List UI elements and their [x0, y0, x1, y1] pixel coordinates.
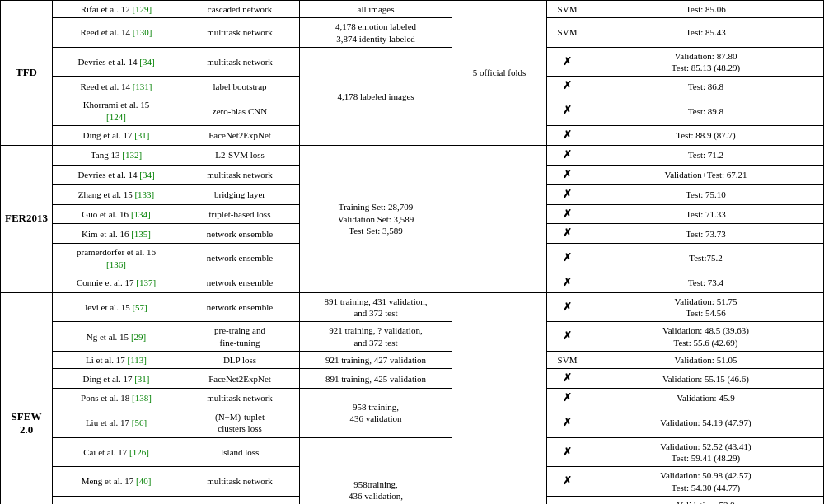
table-row: Devries et al. 14 [34] multitask network…: [1, 47, 824, 77]
training-cell: 4,178 emotion labeled3,874 identity labe…: [300, 18, 452, 48]
author-cell: Ng et al. 15 [29]: [53, 322, 180, 352]
author-cell: Devries et al. 14 [34]: [53, 47, 180, 77]
results-cell: Test: 73.4: [588, 273, 824, 292]
table-row: Li et al. 17 [113] DLP loss 921 training…: [1, 351, 824, 368]
baseline-cell: ✗: [547, 204, 588, 224]
author-cell: levi et al. 15 [57]: [53, 292, 180, 322]
results-cell: Test: 71.2: [588, 145, 824, 165]
author-cell: Cai et al. 17 [126]: [53, 437, 180, 467]
training-cell: 921 training, 427 validation: [300, 351, 452, 368]
method-cell: label bootstrap: [180, 77, 300, 96]
method-cell: multitask network: [180, 47, 300, 77]
method-cell: network ensemble: [180, 224, 300, 244]
baseline-cell: ✗: [547, 292, 588, 322]
author-cell: Ding et al. 17 [31]: [53, 125, 180, 145]
table-row: Reed et al. 14 [130] multitask network 4…: [1, 18, 824, 48]
baseline-cell: ✗: [547, 389, 588, 408]
method-cell: network ensemble: [180, 496, 300, 504]
results-cell: Validation: 45.9: [588, 389, 824, 408]
training-cell: all images: [300, 1, 452, 18]
author-cell: pramerdorfer et al. 16[136]: [53, 244, 180, 273]
author-cell: Guo et al. 16 [134]: [53, 204, 180, 224]
baseline-cell: ✗: [547, 47, 588, 77]
eval-cell: 5 official folds: [452, 1, 547, 146]
author-cell: Khorrami et al. 15[124]: [53, 96, 180, 126]
author-cell: Pons et al. 18 [138]: [53, 389, 180, 408]
table-row: FER2013 Tang 13 [132] L2-SVM loss Traini…: [1, 145, 824, 165]
author-cell: Rifai et al. 12 [129]: [53, 1, 180, 18]
results-cell: Validation: 51.05: [588, 351, 824, 368]
baseline-cell: ✗: [547, 437, 588, 467]
baseline-cell: ✗: [547, 125, 588, 145]
method-cell: pre-traing andfine-tuning: [180, 322, 300, 352]
method-cell: cascaded network: [180, 1, 300, 18]
results-cell: Test:75.2: [588, 244, 824, 273]
method-cell: bridging layer: [180, 184, 300, 204]
author-cell: Reed et al. 14 [131]: [53, 77, 180, 96]
baseline-cell: ✗: [547, 496, 588, 504]
baseline-cell: SVM: [547, 351, 588, 368]
author-cell: Kim et al. 15 [47]: [53, 496, 180, 504]
results-cell: Validation: 48.5 (39.63)Test: 55.6 (42.6…: [588, 322, 824, 352]
results-cell: Test: 88.9 (87.7): [588, 125, 824, 145]
baseline-cell: ✗: [547, 184, 588, 204]
table-row: TFD Rifai et al. 12 [129] cascaded netwo…: [1, 1, 824, 18]
method-cell: triplet-based loss: [180, 204, 300, 224]
method-cell: DLP loss: [180, 351, 300, 368]
results-cell: Test: 73.73: [588, 224, 824, 244]
training-cell: 958 training,436 validation: [300, 389, 452, 437]
method-cell: multitask network: [180, 467, 300, 497]
baseline-cell: ✗: [547, 273, 588, 292]
baseline-cell: ✗: [547, 244, 588, 273]
author-cell: Connie et al. 17 [137]: [53, 273, 180, 292]
author-cell: Meng et al. 17 [40]: [53, 467, 180, 497]
method-cell: zero-bias CNN: [180, 96, 300, 126]
baseline-cell: ✗: [547, 145, 588, 165]
author-cell: Zhang et al. 15 [133]: [53, 184, 180, 204]
baseline-cell: ✗: [547, 322, 588, 352]
baseline-cell: ✗: [547, 408, 588, 438]
method-cell: FaceNet2ExpNet: [180, 125, 300, 145]
results-cell: Validation: 87.80Test: 85.13 (48.29): [588, 47, 824, 77]
training-cell: Training Set: 28,709Validation Set: 3,58…: [300, 145, 452, 292]
training-cell: 891 training, 431 validation,and 372 tes…: [300, 292, 452, 322]
eval-cell: [452, 145, 547, 292]
comparison-table: TFD Rifai et al. 12 [129] cascaded netwo…: [0, 0, 824, 504]
dataset-label: FER2013: [1, 145, 53, 292]
table-row: SFEW 2.0 levi et al. 15 [57] network ens…: [1, 292, 824, 322]
author-cell: Liu et al. 17 [56]: [53, 408, 180, 438]
baseline-cell: ✗: [547, 96, 588, 126]
method-cell: network ensemble: [180, 273, 300, 292]
baseline-cell: ✗: [547, 467, 588, 497]
author-cell: Reed et al. 14 [130]: [53, 18, 180, 48]
results-cell: Validation: 54.19 (47.97): [588, 408, 824, 438]
table-row: Ding et al. 17 [31] FaceNet2ExpNet 891 t…: [1, 369, 824, 389]
method-cell: multitask network: [180, 165, 300, 184]
method-cell: L2-SVM loss: [180, 145, 300, 165]
dataset-label: TFD: [1, 1, 53, 146]
results-cell: Validation: 50.98 (42.57)Test: 54.30 (44…: [588, 467, 824, 497]
results-cell: Test: 86.8: [588, 77, 824, 96]
training-cell: 4,178 labeled images: [300, 47, 452, 145]
results-cell: Validation: 51.75Test: 54.56: [588, 292, 824, 322]
results-cell: Test: 89.8: [588, 96, 824, 126]
results-cell: Test: 71.33: [588, 204, 824, 224]
method-cell: FaceNet2ExpNet: [180, 369, 300, 389]
results-cell: Validation: 52.52 (43.41)Test: 59.41 (48…: [588, 437, 824, 467]
training-cell: 891 training, 425 validation: [300, 369, 452, 389]
method-cell: multitask network: [180, 389, 300, 408]
training-cell: 958training,436 validation,and 372 test: [300, 437, 452, 504]
results-cell: Validation: 53.9Test: 61.6: [588, 496, 824, 504]
author-cell: Ding et al. 17 [31]: [53, 369, 180, 389]
table-row: Ng et al. 15 [29] pre-traing andfine-tun…: [1, 322, 824, 352]
method-cell: (N+M)-tupletclusters loss: [180, 408, 300, 438]
author-cell: Tang 13 [132]: [53, 145, 180, 165]
method-cell: multitask network: [180, 18, 300, 48]
table-row: Pons et al. 18 [138] multitask network 9…: [1, 389, 824, 408]
table-row: Cai et al. 17 [126] Island loss 958train…: [1, 437, 824, 467]
author-cell: Kim et al. 16 [135]: [53, 224, 180, 244]
method-cell: network ensemble: [180, 292, 300, 322]
baseline-cell: ✗: [547, 77, 588, 96]
results-cell: Test: 85.06: [588, 1, 824, 18]
baseline-cell: ✗: [547, 165, 588, 184]
